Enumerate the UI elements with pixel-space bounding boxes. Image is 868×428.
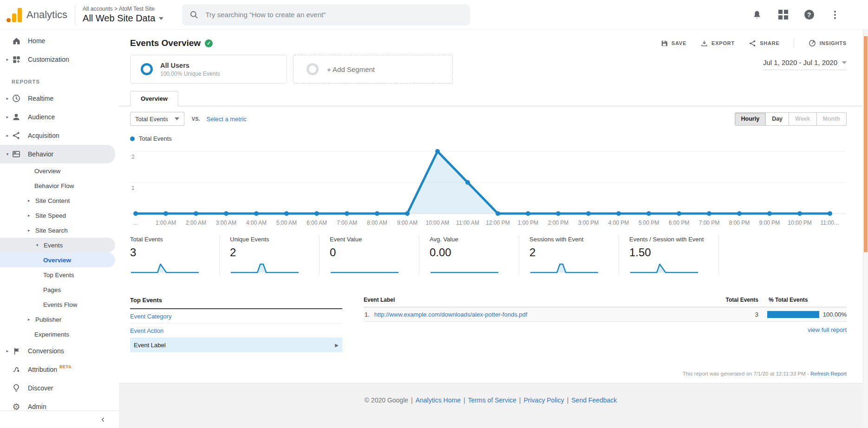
share-button[interactable]: SHARE xyxy=(749,39,780,47)
sidebar-item-top-events[interactable]: Top Events xyxy=(0,267,115,282)
svg-text:5:00 AM: 5:00 AM xyxy=(276,220,297,226)
audience-person-icon xyxy=(11,112,21,122)
realtime-clock-icon xyxy=(11,93,21,104)
view-full-report-link[interactable]: view full report xyxy=(808,326,847,333)
sidebar-item-events-overview[interactable]: Overview xyxy=(0,253,115,267)
apps-grid-icon[interactable] xyxy=(777,9,789,21)
date-range-picker[interactable]: Jul 1, 2020 - Jul 1, 2020 xyxy=(763,58,847,70)
search-bar[interactable] xyxy=(182,4,470,26)
metric-selector-dropdown[interactable]: Total Events xyxy=(130,112,184,126)
collapse-chevron-icon xyxy=(99,416,107,423)
sidebar-item-events[interactable]: ▾ Events xyxy=(0,238,115,253)
metric-card-sessions-with-event[interactable]: Sessions with Event 2 xyxy=(529,236,619,275)
col-header-total-events: Total Events xyxy=(703,297,758,303)
granularity-hourly-button[interactable]: Hourly xyxy=(735,112,766,126)
metric-card-avg-value[interactable]: Avg. Value 0.00 xyxy=(430,236,519,275)
event-label-link[interactable]: http://www.example.com/downloads/alex-po… xyxy=(374,311,528,318)
add-segment-button[interactable]: + Add Segment xyxy=(293,55,453,84)
metric-cards-row: Total Events 3 Unique Events 2 Event Val… xyxy=(119,236,862,275)
collapse-arrow-icon: ▾ xyxy=(4,152,11,156)
sidebar-item-home[interactable]: Home xyxy=(0,32,115,50)
row-index: 1. xyxy=(365,311,370,318)
event-label-table: Event Label Total Events % Total Events … xyxy=(364,297,847,352)
sparkline xyxy=(230,261,300,274)
product-name: Analytics xyxy=(26,9,67,21)
top-header: Analytics All accounts > AtoM Test Site … xyxy=(0,0,868,30)
refresh-report-link[interactable]: Refresh Report xyxy=(810,371,847,376)
svg-text:5:00 PM: 5:00 PM xyxy=(639,220,659,226)
footer-link-feedback[interactable]: Send Feedback xyxy=(571,396,617,428)
notifications-bell-icon[interactable] xyxy=(751,9,763,21)
sidebar-item-publisher[interactable]: ▸ Publisher xyxy=(0,312,115,327)
search-input[interactable] xyxy=(205,11,463,19)
kebab-menu-icon[interactable] xyxy=(829,9,841,21)
expand-arrow-icon: ▸ xyxy=(28,198,35,203)
sidebar-item-conversions[interactable]: ▸ Conversions xyxy=(0,342,115,360)
sidebar-item-customization[interactable]: ▸ Customization xyxy=(0,50,115,69)
sidebar-item-site-speed[interactable]: ▸ Site Speed xyxy=(0,208,115,223)
report-generated-line: This report was generated on 7/1/20 at 1… xyxy=(119,371,862,376)
sidebar-item-audience[interactable]: ▸ Audience xyxy=(0,108,115,126)
sidebar-item-discover[interactable]: Discover xyxy=(0,379,115,397)
sidebar-item-experiments[interactable]: Experiments xyxy=(0,327,115,342)
top-events-item-category[interactable]: Event Category xyxy=(130,309,342,324)
help-icon[interactable]: ? xyxy=(803,9,815,21)
sparkline xyxy=(529,261,599,274)
sidebar-item-site-content[interactable]: ▸ Site Content xyxy=(0,193,115,208)
account-switcher[interactable]: All accounts > AtoM Test Site All Web Si… xyxy=(83,6,163,24)
metric-card-event-value[interactable]: Event Value 0 xyxy=(330,236,419,275)
segment-ring-icon xyxy=(307,63,319,75)
sidebar-item-behavior-overview[interactable]: Overview xyxy=(0,163,115,178)
sidebar-item-behavior-flow[interactable]: Behavior Flow xyxy=(0,178,115,193)
svg-text:6:00 PM: 6:00 PM xyxy=(669,220,690,226)
svg-text:1:00 AM: 1:00 AM xyxy=(156,220,176,226)
page-scrollbar[interactable] xyxy=(863,30,868,428)
sidebar-item-acquisition[interactable]: ▸ Acquisition xyxy=(0,126,115,145)
customization-icon xyxy=(11,54,21,65)
segment-subtitle: 100.00% Unique Events xyxy=(160,71,220,77)
chevron-down-icon xyxy=(159,17,163,20)
sidebar: Home ▸ Customization REPORTS ▸ Realtime … xyxy=(0,30,119,428)
granularity-month-button: Month xyxy=(817,112,847,126)
svg-text:4:00 PM: 4:00 PM xyxy=(608,220,629,226)
discover-lightbulb-icon xyxy=(11,383,21,393)
metric-card-total-events[interactable]: Total Events 3 xyxy=(130,236,220,275)
svg-text:2: 2 xyxy=(131,154,135,160)
footer-link-analytics-home[interactable]: Analytics Home xyxy=(416,396,461,428)
svg-text:4:00 AM: 4:00 AM xyxy=(246,220,267,226)
percent-bar-track xyxy=(767,311,819,318)
sidebar-item-events-flow[interactable]: Events Flow xyxy=(0,297,115,312)
granularity-toggle: Hourly Day Week Month xyxy=(735,112,847,126)
scrollbar-thumb[interactable] xyxy=(864,36,868,252)
sidebar-item-site-search[interactable]: ▸ Site Search xyxy=(0,223,115,238)
sidebar-item-realtime[interactable]: ▸ Realtime xyxy=(0,89,115,108)
save-button[interactable]: SAVE xyxy=(660,39,686,47)
sidebar-item-behavior[interactable]: ▾ Behavior xyxy=(0,145,115,163)
tab-overview[interactable]: Overview xyxy=(130,91,178,106)
sidebar-item-attribution[interactable]: Attribution BETA xyxy=(0,360,115,379)
footer-link-privacy[interactable]: Privacy Policy xyxy=(523,396,564,428)
top-events-item-action[interactable]: Event Action xyxy=(130,324,342,338)
footer-link-terms[interactable]: Terms of Service xyxy=(468,396,516,428)
granularity-day-button[interactable]: Day xyxy=(766,112,789,126)
svg-text:7:00 PM: 7:00 PM xyxy=(699,220,720,226)
insights-button[interactable]: INSIGHTS xyxy=(808,39,847,47)
svg-text:11:00 AM: 11:00 AM xyxy=(456,220,479,226)
sparkline xyxy=(330,261,399,274)
svg-text:6:00 AM: 6:00 AM xyxy=(307,220,327,226)
property-name: All Web Site Data xyxy=(83,13,155,24)
select-metric-link[interactable]: Select a metric xyxy=(207,116,247,123)
metric-card-events-per-session[interactable]: Events / Session with Event 1.50 xyxy=(629,236,719,275)
top-events-item-label[interactable]: Event Label ▶ xyxy=(130,338,342,352)
svg-text:3:00 PM: 3:00 PM xyxy=(578,220,599,226)
conversions-flag-icon xyxy=(11,346,21,356)
sidebar-collapse[interactable] xyxy=(0,410,119,428)
segment-all-users[interactable]: All Users 100.00% Unique Events xyxy=(130,55,287,84)
svg-text:9:00 PM: 9:00 PM xyxy=(759,220,780,226)
vs-label: VS. xyxy=(192,116,200,122)
sidebar-item-pages[interactable]: Pages xyxy=(0,282,115,297)
analytics-logo-icon[interactable] xyxy=(7,7,22,22)
metric-card-unique-events[interactable]: Unique Events 2 xyxy=(230,236,320,275)
expand-arrow-icon: ▸ xyxy=(28,317,35,322)
export-button[interactable]: EXPORT xyxy=(700,39,735,47)
